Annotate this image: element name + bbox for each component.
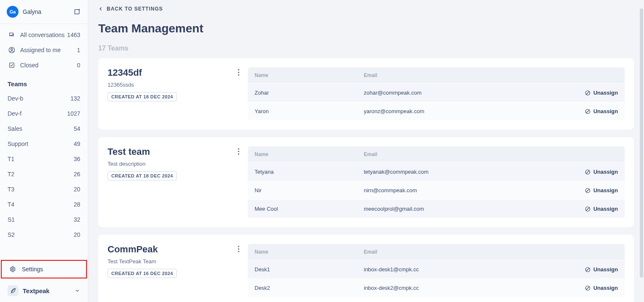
team-card: 12345df12365ssdsCREATED AT 18 DEC 2024Na… <box>98 58 634 130</box>
member-name: Zohar <box>255 90 364 96</box>
svg-point-1 <box>11 48 13 50</box>
team-count: 49 <box>74 140 80 147</box>
team-count: 26 <box>74 171 80 177</box>
sidebar-team-item[interactable]: Sales54 <box>0 121 88 136</box>
member-name: Yaron <box>255 108 364 114</box>
unassign-button[interactable]: Unassign <box>572 90 618 96</box>
member-email: tetyanak@commpeak.com <box>364 169 572 175</box>
nav-section: All conversations 1463 Assigned to me 1 … <box>0 24 88 73</box>
sidebar: Ga Galyna All conversations 1463 Assigne… <box>0 0 88 302</box>
members-table: NameEmailDesk1inbox-desk1@cmpk.ccUnassig… <box>248 244 625 297</box>
svg-point-10 <box>238 148 239 149</box>
scrollbar[interactable] <box>640 8 643 278</box>
member-email: nirn@commpeak.com <box>364 187 572 193</box>
team-count: 20 <box>74 186 80 193</box>
team-name: CommPeak <box>108 244 238 255</box>
team-description: Test description <box>108 161 238 167</box>
svg-rect-3 <box>10 63 14 68</box>
col-email-header: Email <box>364 249 572 255</box>
team-label: Dev-b <box>8 95 71 102</box>
team-description: Test TextPeak Team <box>108 258 238 265</box>
nav-all-conversations[interactable]: All conversations 1463 <box>0 27 88 42</box>
sidebar-footer: Settings Textpeak <box>0 259 88 302</box>
svg-point-16 <box>238 246 239 247</box>
team-description: 12365ssds <box>108 82 238 88</box>
sidebar-team-item[interactable]: S220 <box>0 227 88 242</box>
sidebar-team-item[interactable]: T226 <box>0 167 88 182</box>
sidebar-team-item[interactable]: T428 <box>0 197 88 212</box>
ban-icon <box>585 285 591 291</box>
back-label: BACK TO SETTINGS <box>107 6 163 12</box>
col-name-header: Name <box>255 249 364 255</box>
workspace-switcher[interactable]: Textpeak <box>0 279 88 302</box>
ban-icon <box>585 109 591 114</box>
team-label: Dev-f <box>8 110 67 117</box>
team-count: 1027 <box>67 110 80 117</box>
sidebar-team-item[interactable]: Dev-f1027 <box>0 106 88 121</box>
col-action-header <box>572 249 618 255</box>
members-header: NameEmail <box>248 146 625 162</box>
user-avatar[interactable]: Ga <box>7 6 18 18</box>
team-menu-button[interactable] <box>238 69 239 76</box>
team-label: S2 <box>8 231 74 238</box>
svg-point-11 <box>238 151 239 152</box>
sidebar-team-item[interactable]: T320 <box>0 182 88 197</box>
svg-point-12 <box>238 153 239 154</box>
sidebar-team-item[interactable]: Dev-b132 <box>0 91 88 106</box>
member-name: Tetyana <box>255 169 364 175</box>
sidebar-team-item[interactable]: T136 <box>0 151 88 167</box>
unassign-label: Unassign <box>593 285 618 291</box>
team-count: 132 <box>71 95 80 102</box>
svg-rect-0 <box>75 10 79 14</box>
team-menu-button[interactable] <box>238 148 239 155</box>
settings-link[interactable]: Settings <box>1 260 87 278</box>
teams-heading: Teams <box>0 73 88 91</box>
member-row: Nirnirn@commpeak.comUnassign <box>248 181 625 199</box>
sidebar-team-item[interactable]: S132 <box>0 212 88 227</box>
unassign-button[interactable]: Unassign <box>572 285 618 291</box>
team-label: S1 <box>8 216 74 223</box>
main-content[interactable]: BACK TO SETTINGS Team Management 17 Team… <box>88 0 644 302</box>
unassign-button[interactable]: Unassign <box>572 266 618 273</box>
team-label: T1 <box>8 156 74 162</box>
check-icon <box>8 62 16 69</box>
unassign-button[interactable]: Unassign <box>572 206 618 212</box>
member-email: zohar@commpeak.com <box>364 90 572 96</box>
sidebar-scroll[interactable]: All conversations 1463 Assigned to me 1 … <box>0 24 88 259</box>
team-menu-button[interactable] <box>238 246 239 252</box>
team-count: 54 <box>74 125 80 132</box>
unassign-button[interactable]: Unassign <box>572 169 618 175</box>
team-count: 32 <box>74 216 80 223</box>
member-email: inbox-desk1@cmpk.cc <box>364 266 572 273</box>
nav-label: Closed <box>20 62 77 69</box>
team-label: Support <box>8 140 74 147</box>
team-label: T4 <box>8 201 74 208</box>
svg-point-5 <box>238 69 239 70</box>
nav-assigned-to-me[interactable]: Assigned to me 1 <box>0 42 88 58</box>
ban-icon <box>585 267 591 273</box>
col-name-header: Name <box>255 72 364 78</box>
compose-icon[interactable] <box>74 8 81 16</box>
nav-closed[interactable]: Closed 0 <box>0 58 88 73</box>
member-name: Nir <box>255 187 364 193</box>
teams-count: 17 Teams <box>98 45 634 52</box>
unassign-label: Unassign <box>593 169 618 175</box>
nav-count: 0 <box>77 62 80 69</box>
back-to-settings[interactable]: BACK TO SETTINGS <box>98 6 634 12</box>
chevron-down-icon <box>74 288 80 294</box>
unassign-label: Unassign <box>593 187 618 193</box>
chat-icon <box>8 32 16 38</box>
unassign-button[interactable]: Unassign <box>572 187 618 193</box>
svg-point-17 <box>238 248 239 249</box>
sidebar-teams-list: Dev-b132Dev-f1027Sales54Support49T136T22… <box>0 91 88 242</box>
unassign-button[interactable]: Unassign <box>572 108 618 114</box>
member-name: Mee Cool <box>255 206 364 212</box>
sidebar-team-item[interactable]: Support49 <box>0 136 88 151</box>
created-badge: CREATED AT 16 DEC 2024 <box>108 269 177 278</box>
member-row: Yaronyaronz@commpeak.comUnassign <box>248 102 625 120</box>
team-count: 36 <box>74 156 80 162</box>
member-row: Mee Coolmeecoolprol@gmail.comUnassign <box>248 199 625 218</box>
unassign-label: Unassign <box>593 108 618 114</box>
ban-icon <box>585 188 591 193</box>
team-label: T3 <box>8 186 74 193</box>
